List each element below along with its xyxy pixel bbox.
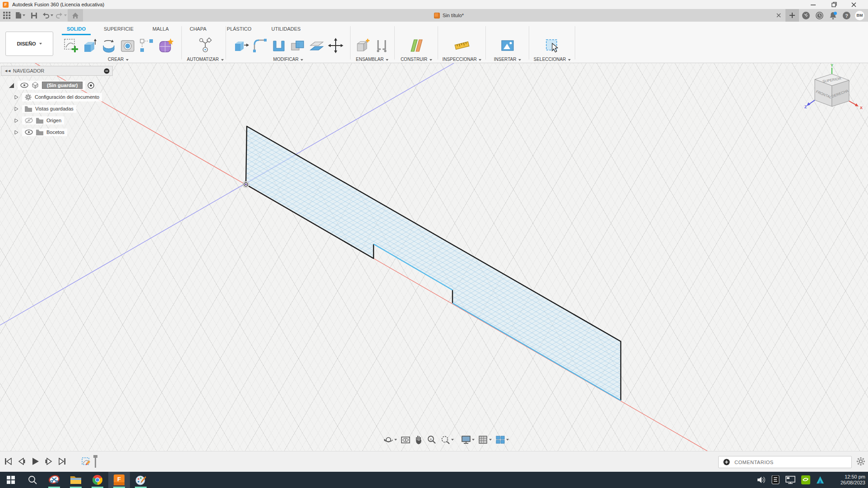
fit-button[interactable]	[439, 434, 455, 446]
document-tab[interactable]: Sin título*	[406, 9, 492, 22]
collapsed-arrow-icon[interactable]	[14, 95, 18, 99]
display-project-icon[interactable]	[785, 475, 796, 484]
timeline-step-forward-button[interactable]	[44, 456, 53, 467]
comments-bar[interactable]: COMENTARIOS	[718, 456, 852, 468]
close-document-tab-button[interactable]	[772, 9, 785, 22]
undo-button[interactable]	[41, 9, 54, 22]
job-status-button[interactable]	[813, 9, 826, 22]
settings-gear-icon[interactable]	[856, 457, 865, 466]
collapsed-arrow-icon[interactable]	[14, 119, 18, 123]
group-label-insertar[interactable]: INSERTAR	[488, 57, 527, 62]
collapsed-arrow-icon[interactable]	[14, 107, 18, 111]
taskbar-file-explorer[interactable]	[65, 472, 87, 488]
shell-button[interactable]	[270, 36, 288, 55]
hole-button[interactable]	[119, 36, 137, 55]
view-cube-faces[interactable]: SUPERIOR FRONTAL DERECHA	[815, 74, 850, 106]
revolve-button[interactable]	[100, 36, 118, 55]
construction-plane-button[interactable]	[407, 36, 425, 55]
tab-malla[interactable]: MALLA	[152, 26, 169, 32]
create-sketch-button[interactable]	[62, 36, 80, 55]
viewports-button[interactable]	[494, 434, 510, 445]
timeline-play-button[interactable]	[31, 456, 40, 467]
minimize-button[interactable]	[804, 0, 822, 9]
tab-solido[interactable]: SOLIDO	[67, 26, 86, 32]
grid-settings-button[interactable]	[477, 434, 493, 445]
combine-button[interactable]	[289, 36, 307, 55]
offset-face-button[interactable]	[308, 36, 326, 55]
save-button[interactable]	[27, 9, 41, 22]
root-document-label[interactable]: (Sin guardar)	[42, 82, 83, 89]
redo-button[interactable]	[54, 9, 68, 22]
new-document-tab-button[interactable]	[785, 9, 799, 22]
sketch-feature-icon[interactable]	[81, 456, 91, 468]
timeline-skip-to-end-button[interactable]	[58, 456, 67, 467]
taskbar-chrome[interactable]	[87, 472, 108, 488]
pan-button[interactable]	[413, 434, 424, 446]
taskbar-fusion360[interactable]: F	[108, 472, 130, 488]
tree-root-row[interactable]: (Sin guardar)	[1, 79, 113, 91]
nvidia-settings-icon[interactable]	[801, 475, 810, 484]
look-at-button[interactable]	[400, 434, 411, 446]
tab-plastico[interactable]: PLÁSTICO	[227, 26, 251, 32]
move-copy-button[interactable]	[327, 36, 345, 55]
group-label-ensamblar[interactable]: ENSAMBLAR	[352, 57, 392, 62]
tab-utilidades[interactable]: UTILIDADES	[272, 26, 301, 32]
orbit-button[interactable]	[383, 434, 398, 446]
tree-item-saved-views[interactable]: Vistas guardadas	[1, 103, 113, 115]
taskbar-search-button[interactable]	[22, 472, 43, 488]
collapsed-arrow-icon[interactable]	[14, 130, 18, 134]
close-window-button[interactable]	[845, 0, 863, 9]
automate-button[interactable]	[196, 36, 214, 55]
epic-games-icon[interactable]	[771, 475, 780, 484]
taskbar-snipping-tool[interactable]	[43, 472, 65, 488]
display-settings-button[interactable]	[460, 434, 476, 445]
restore-button[interactable]	[825, 0, 843, 9]
model-viewport[interactable]: ◄◄ NAVEGADOR (Sin guardar) Configuración…	[0, 63, 868, 451]
timeline-step-back-button[interactable]	[17, 456, 26, 467]
view-cube[interactable]: SUPERIOR FRONTAL DERECHA Y Z X	[802, 63, 868, 119]
user-avatar[interactable]: BM	[855, 11, 864, 20]
group-label-seleccionar[interactable]: SELECCIONAR	[531, 57, 573, 62]
tree-item-origin[interactable]: Origen	[1, 115, 113, 126]
visibility-eye-icon[interactable]	[20, 83, 28, 88]
tab-chapa[interactable]: CHAPA	[189, 26, 206, 32]
sketch-origin-point[interactable]	[243, 181, 249, 188]
group-label-crear[interactable]: CREAR	[60, 57, 176, 62]
insert-canvas-button[interactable]	[499, 36, 517, 55]
timeline-skip-to-start-button[interactable]	[4, 456, 13, 467]
group-label-automatizar[interactable]: AUTOMATIZAR	[186, 57, 225, 62]
group-label-inspeccionar[interactable]: INSPECCIONAR	[440, 57, 484, 62]
tree-item-document-settings[interactable]: Configuración del documento	[1, 91, 113, 103]
autodesk-icon[interactable]	[816, 475, 825, 484]
collapse-panel-icon[interactable]: ◄◄	[4, 69, 10, 73]
measure-button[interactable]	[453, 36, 471, 55]
expanded-arrow-icon[interactable]	[9, 83, 14, 88]
press-pull-button[interactable]	[232, 36, 250, 55]
taskbar-paint[interactable]	[130, 472, 152, 488]
group-label-construir[interactable]: CONSTRUIR	[397, 57, 436, 62]
new-component-button[interactable]	[354, 36, 372, 55]
app-grid-button[interactable]	[0, 9, 14, 22]
rectangular-pattern-button[interactable]	[138, 36, 156, 55]
activate-radio-icon[interactable]	[88, 82, 94, 89]
start-button[interactable]	[0, 472, 22, 488]
joint-button[interactable]	[373, 36, 391, 55]
home-view-button[interactable]	[68, 9, 83, 22]
help-button[interactable]: ?	[840, 9, 853, 22]
notifications-button[interactable]	[826, 9, 840, 22]
navigator-header[interactable]: ◄◄ NAVEGADOR	[1, 66, 113, 76]
visibility-eye-icon[interactable]	[25, 129, 33, 135]
create-form-button[interactable]	[157, 36, 175, 55]
taskbar-clock[interactable]: 12:50 pm 26/08/2023	[840, 472, 865, 488]
tab-superficie[interactable]: SUPERFICIE	[104, 26, 134, 32]
fillet-button[interactable]	[251, 36, 269, 55]
volume-icon[interactable]	[757, 476, 766, 484]
select-button[interactable]	[543, 36, 561, 55]
design-workspace-menu[interactable]: DISEÑO	[5, 32, 53, 56]
file-menu-button[interactable]	[14, 9, 27, 22]
extensions-button[interactable]	[799, 9, 813, 22]
remove-panel-icon[interactable]	[104, 68, 110, 74]
timeline-marker[interactable]	[95, 455, 96, 468]
extrude-button[interactable]	[81, 36, 99, 55]
visibility-off-eye-icon[interactable]	[25, 117, 33, 124]
